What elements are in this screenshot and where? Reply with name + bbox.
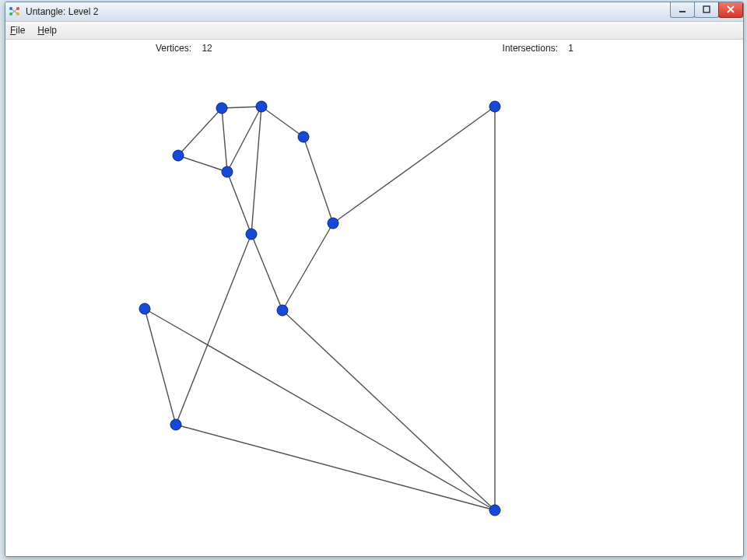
graph-vertex[interactable]: [216, 103, 227, 114]
intersections-value: 1: [568, 43, 573, 54]
graph-edge: [251, 107, 261, 234]
svg-point-2: [9, 7, 12, 10]
graph-vertex[interactable]: [222, 166, 233, 177]
graph-edge: [222, 107, 261, 108]
graph-edge: [251, 234, 282, 310]
graph-edge: [303, 137, 333, 223]
graph-vertex[interactable]: [489, 505, 500, 516]
graph-edge: [227, 172, 251, 234]
maximize-icon: [703, 5, 710, 13]
edges-layer: [145, 107, 495, 510]
game-canvas[interactable]: [5, 57, 743, 556]
graph-svg: [5, 57, 743, 556]
svg-point-3: [16, 7, 19, 10]
graph-vertex[interactable]: [277, 305, 288, 316]
intersections-block: Intersections: 1: [503, 43, 573, 54]
graph-edge: [222, 108, 227, 172]
graph-edge: [178, 108, 222, 156]
graph-edge: [282, 223, 333, 310]
graph-edge: [282, 310, 495, 510]
graph-edge: [145, 309, 495, 510]
close-button[interactable]: [718, 2, 743, 18]
graph-vertex[interactable]: [256, 101, 267, 112]
graph-edge: [145, 309, 176, 425]
window-title: Untangle: Level 2: [26, 6, 98, 17]
graph-edge: [227, 107, 261, 172]
app-icon: [9, 5, 21, 18]
svg-rect-6: [679, 11, 686, 12]
vertices-label: Vertices:: [156, 43, 191, 54]
graph-edge: [261, 107, 303, 137]
svg-point-5: [16, 12, 19, 16]
status-row: Vertices: 12 Intersections: 1: [5, 40, 743, 57]
menu-help-rest: elp: [44, 25, 57, 36]
graph-vertex[interactable]: [139, 303, 150, 314]
maximize-button[interactable]: [694, 2, 719, 18]
window-controls: [671, 2, 743, 17]
menu-file[interactable]: File: [10, 25, 25, 36]
close-icon: [727, 5, 735, 13]
app-window: Untangle: Level 2 File Help: [5, 2, 744, 557]
svg-point-4: [9, 12, 12, 16]
intersections-label: Intersections:: [503, 43, 558, 54]
graph-edge: [176, 425, 495, 510]
menu-help[interactable]: Help: [37, 25, 57, 36]
minimize-button[interactable]: [670, 2, 695, 18]
minimize-icon: [679, 5, 686, 13]
graph-vertex[interactable]: [328, 218, 338, 229]
menubar: File Help: [5, 22, 743, 40]
vertices-layer: [139, 101, 500, 516]
vertices-value: 12: [202, 43, 212, 54]
graph-vertex[interactable]: [246, 229, 257, 240]
graph-vertex[interactable]: [170, 419, 181, 430]
graph-vertex[interactable]: [298, 131, 309, 142]
vertices-block: Vertices: 12: [156, 43, 212, 54]
titlebar[interactable]: Untangle: Level 2: [5, 2, 743, 22]
graph-edge: [176, 234, 251, 425]
graph-edge: [178, 156, 227, 172]
graph-vertex[interactable]: [173, 150, 184, 161]
menu-file-rest: ile: [16, 25, 25, 36]
graph-vertex[interactable]: [489, 101, 500, 112]
graph-edge: [333, 107, 495, 223]
svg-rect-7: [703, 6, 710, 12]
